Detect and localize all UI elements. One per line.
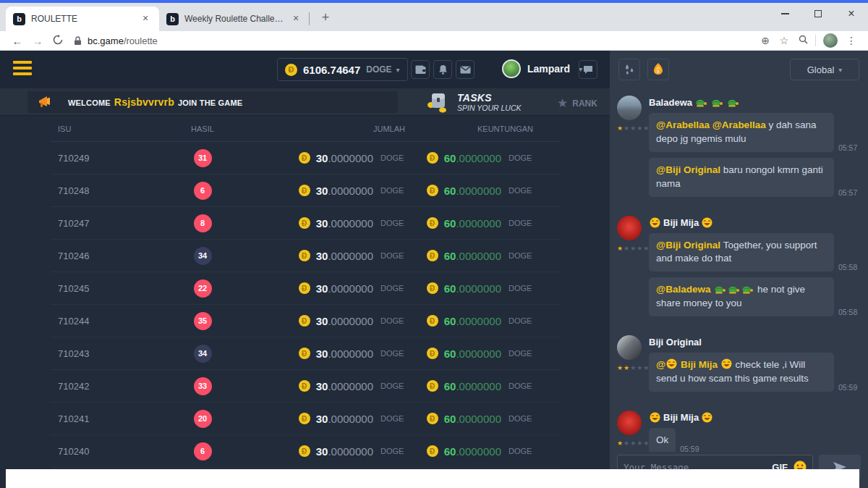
rank-shortcut[interactable]: ★ RANK (557, 96, 597, 111)
mention-link[interactable]: @ (656, 359, 665, 370)
hamburger-menu-icon[interactable] (13, 61, 32, 78)
back-icon[interactable]: ← (7, 35, 27, 47)
coin-drop-button[interactable]: B (647, 59, 669, 80)
profit-decimals: .0000000 (456, 380, 501, 392)
chat-channel-value: Global (807, 64, 835, 75)
bet-id: 710248 (51, 185, 159, 196)
search-icon[interactable] (793, 35, 812, 46)
chat-user-avatar[interactable] (617, 335, 642, 360)
bookmark-star-icon[interactable]: ☆ (775, 35, 793, 46)
bc-game-favicon: b (166, 13, 179, 25)
chat-group-body: Biji Original@ Biji Mija check tele ,i W… (649, 335, 861, 397)
profit-decimals: .0000000 (456, 185, 501, 197)
profit-currency: DOGE (509, 186, 533, 195)
chat-sidebar: B Global ▾ ★★★★★Baladewa@Arabellaa @Arab… (610, 51, 868, 488)
profit-integer: 60 (444, 348, 456, 360)
notifications-button[interactable] (433, 60, 452, 79)
table-row[interactable]: 71024931Đ30.0000000DOGEĐ60.0000000DOGE (51, 142, 561, 174)
profit-currency: DOGE (509, 447, 533, 455)
divider (815, 35, 816, 46)
mention-link[interactable]: @Biji Original (656, 240, 723, 251)
amount-currency: DOGE (380, 251, 405, 260)
table-row[interactable]: 7102486Đ30.0000000DOGEĐ60.0000000DOGE (51, 174, 561, 207)
table-row[interactable]: 71024334Đ30.0000000DOGEĐ60.0000000DOGE (51, 337, 561, 370)
table-row[interactable]: 71024435Đ30.0000000DOGEĐ60.0000000DOGE (51, 305, 561, 337)
doge-coin-icon: Đ (299, 217, 310, 229)
amount-decimals: .0000000 (328, 185, 373, 197)
doge-coin-icon: Đ (299, 380, 310, 392)
zoom-page-icon[interactable]: ⊕ (756, 35, 775, 46)
page-content: Đ 6106.74647 DOGE ▾ Lampard ▾ (0, 51, 868, 488)
mention-link[interactable]: @Arabellaa (712, 119, 769, 130)
amount-integer: 30 (316, 348, 328, 360)
forward-icon[interactable]: → (27, 35, 48, 47)
browser-profile-avatar[interactable] (823, 33, 838, 48)
minimize-button[interactable] (768, 3, 801, 25)
table-row[interactable]: 71024522Đ30.0000000DOGEĐ60.0000000DOGE (51, 272, 561, 305)
chat-username-text: Biji Mija (663, 217, 699, 228)
chat-user-avatar[interactable] (617, 216, 642, 240)
rain-button[interactable] (618, 59, 640, 80)
chat-username-text: Biji Original (649, 337, 702, 348)
bc-game-favicon: b (13, 13, 25, 25)
mention-link[interactable]: @Biji Original (656, 164, 723, 175)
amount-decimals: .0000000 (328, 413, 373, 425)
chat-channel-select[interactable]: Global ▾ (790, 59, 859, 80)
profit-integer: 60 (444, 250, 456, 262)
close-button[interactable]: × (835, 3, 868, 25)
user-menu[interactable]: Lampard ▾ (502, 59, 582, 78)
chat-bubble: @Biji Original baru nongol kmrn ganti na… (649, 158, 834, 197)
profit-decimals: .0000000 (456, 152, 501, 164)
chat-username[interactable]: Biji Mija (649, 217, 861, 228)
table-row[interactable]: 7102478Đ30.0000000DOGEĐ60.0000000DOGE (51, 207, 561, 240)
chat-toggle-button[interactable] (579, 60, 597, 79)
chat-username[interactable]: Biji Original (649, 337, 861, 348)
balance-selector[interactable]: Đ 6106.74647 DOGE ▾ (277, 58, 408, 81)
chat-user-avatar[interactable] (617, 96, 642, 120)
chat-message: Ok05:59 (649, 428, 861, 452)
laugh-emoji-icon (721, 358, 732, 369)
result-cell: 6 (159, 182, 246, 200)
chat-message: @Arabellaa @Arabellaa y dah sana depo jg… (649, 113, 861, 152)
maximize-button[interactable] (801, 3, 835, 25)
amount-decimals: .0000000 (328, 152, 373, 164)
browser-menu-icon[interactable]: ⋮ (842, 35, 861, 46)
mention-link[interactable]: @Baladewa (656, 284, 713, 295)
wallet-button[interactable] (411, 60, 430, 79)
chat-group-body: Biji Mija@Biji Original Together, you su… (649, 216, 861, 323)
tasks-shortcut[interactable]: TASKS SPIN YOUR LUCK (425, 91, 522, 114)
tab-close-icon[interactable]: × (139, 12, 152, 25)
messages-button[interactable] (456, 60, 475, 79)
table-row[interactable]: 71024634Đ30.0000000DOGEĐ60.0000000DOGE (51, 240, 561, 272)
roulette-result-badge: 22 (194, 279, 212, 298)
mention-link[interactable]: @Arabellaa (656, 119, 712, 130)
tab-roulette[interactable]: b ROULETTE × (6, 7, 159, 31)
table-row[interactable]: 71024120Đ30.0000000DOGEĐ60.0000000DOGE (51, 403, 561, 435)
amount-decimals: .0000000 (328, 282, 373, 295)
table-row[interactable]: 7102406Đ30.0000000DOGEĐ60.0000000DOGE (51, 435, 561, 468)
tasks-title: TASKS (457, 92, 522, 104)
profit-currency: DOGE (509, 284, 533, 293)
profit-currency: DOGE (509, 219, 533, 227)
table-row[interactable]: 71024233Đ30.0000000DOGEĐ60.0000000DOGE (51, 370, 561, 403)
chat-bubble: @Baladewa he not give share money to you (649, 277, 834, 316)
chat-message-group: ★★★★★Biji MijaOk05:59 (617, 411, 861, 452)
bet-amount-cell: Đ30.0000000DOGE (246, 315, 405, 327)
profit-decimals: .0000000 (456, 413, 501, 425)
turtle-emoji-icon (741, 285, 754, 294)
rank-label: RANK (572, 98, 597, 109)
bet-id: 710243 (51, 348, 159, 359)
url-field[interactable]: bc.game/roulette (74, 35, 756, 46)
chat-username[interactable]: Biji Mija (649, 412, 861, 423)
star-icon: ★ (637, 125, 643, 132)
table-header-row: ISU HASIL JUMLAH KEUNTUNGAN (51, 116, 561, 142)
reload-icon[interactable] (48, 35, 68, 47)
new-tab-button[interactable]: + (315, 8, 336, 28)
tab-weekly-challenge[interactable]: b Weekly Roulette Challenge - Win × (159, 7, 310, 31)
mention-link[interactable]: Biji Mija (678, 359, 720, 370)
chat-user-avatar[interactable] (617, 411, 642, 435)
chat-username[interactable]: Baladewa (649, 97, 861, 108)
tab-close-icon[interactable]: × (289, 12, 302, 25)
laugh-emoji-icon (650, 217, 660, 228)
table-body: 71024931Đ30.0000000DOGEĐ60.0000000DOGE71… (51, 142, 561, 468)
